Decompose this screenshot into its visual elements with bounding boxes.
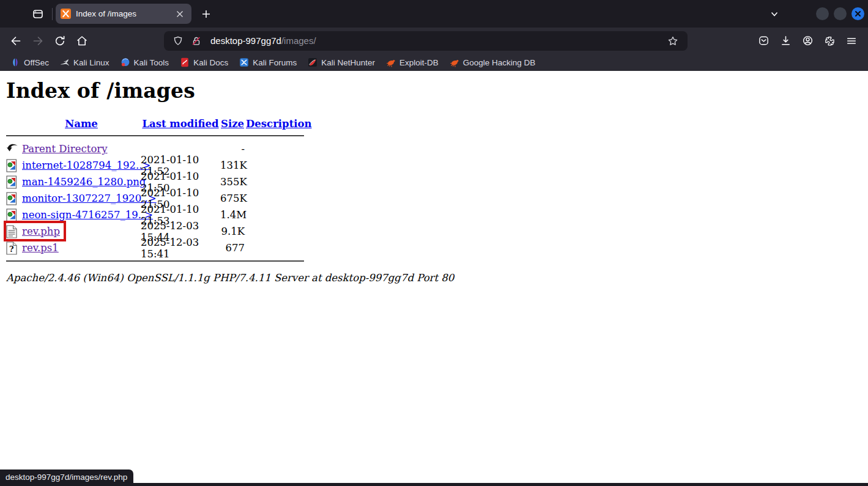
- server-signature: Apache/2.4.46 (Win64) OpenSSL/1.1.1g PHP…: [6, 272, 868, 284]
- page-content: Index of /images Name Last modified Size…: [0, 71, 868, 486]
- file-size: 355K: [220, 176, 246, 188]
- url-text[interactable]: desktop-997gg7d/images/: [210, 35, 663, 46]
- reload-icon: [54, 35, 66, 47]
- directory-listing: Name Last modified Size Description Pare…: [6, 116, 304, 262]
- file-size: -: [220, 143, 246, 155]
- list-all-tabs-button[interactable]: [765, 4, 784, 24]
- file-modified: 2025-12-03 15:41: [141, 237, 220, 260]
- forward-button[interactable]: [28, 31, 48, 51]
- minimize-button[interactable]: [816, 7, 829, 20]
- account-button[interactable]: [798, 32, 817, 50]
- file-row: ? rev.ps1 2025-12-03 15:41 677: [6, 240, 304, 256]
- pocket-icon: [758, 35, 770, 46]
- hamburger-menu-icon: [846, 35, 857, 46]
- puzzle-icon: [824, 35, 836, 46]
- navigation-toolbar: desktop-997gg7d/images/: [0, 28, 868, 54]
- bookmarks-toolbar: OffSec Kali Linux Kali Tools Kali Docs K…: [0, 54, 868, 71]
- pocket-button[interactable]: [754, 32, 773, 50]
- tab-bar: Index of /images: [0, 0, 868, 28]
- text-icon: [6, 225, 22, 238]
- file-link[interactable]: neon-sign-4716257_19..>: [22, 209, 153, 221]
- url-path: /images/: [281, 35, 316, 46]
- file-size: 131K: [220, 160, 246, 171]
- firefox-view-button[interactable]: [28, 4, 48, 24]
- tab-separator: [52, 8, 53, 20]
- url-host: desktop-997gg7d: [210, 35, 281, 46]
- page-title: Index of /images: [6, 79, 868, 103]
- footer-rule: [6, 260, 304, 262]
- plus-icon: [201, 9, 211, 19]
- sort-by-modified-link[interactable]: Last modified: [142, 118, 218, 130]
- file-link[interactable]: rev.php: [22, 226, 60, 237]
- back-arrow-icon: [10, 35, 22, 47]
- bookmark-kali-forums[interactable]: Kali Forums: [234, 55, 302, 70]
- url-bar[interactable]: desktop-997gg7d/images/: [164, 31, 688, 51]
- status-bar-link-preview: desktop-997gg7d/images/rev.php: [0, 469, 133, 486]
- bookmark-kali-tools[interactable]: Kali Tools: [115, 55, 175, 70]
- image-icon: [6, 192, 22, 205]
- bookmark-google-hacking-db[interactable]: Google Hacking DB: [444, 55, 541, 70]
- reload-button[interactable]: [50, 31, 70, 51]
- downloads-button[interactable]: [776, 32, 795, 50]
- image-icon: [6, 175, 22, 189]
- image-icon: [6, 159, 22, 172]
- bookmark-star-button[interactable]: [663, 31, 683, 51]
- listing-header-row: Name Last modified Size Description: [6, 116, 304, 132]
- sort-by-description-link[interactable]: Description: [246, 118, 312, 130]
- bookmark-offsec[interactable]: OffSec: [5, 55, 54, 70]
- account-icon: [802, 35, 814, 46]
- header-rule: [6, 135, 304, 136]
- file-link[interactable]: man-1459246_1280.png: [22, 176, 146, 188]
- kali-docs-icon: [180, 57, 190, 67]
- tab-index-of-images[interactable]: Index of /images: [56, 4, 191, 24]
- insecure-lock-icon[interactable]: [187, 32, 206, 50]
- kali-tools-icon: [121, 57, 130, 67]
- home-button[interactable]: [72, 31, 92, 51]
- file-size: 675K: [220, 193, 246, 204]
- bookmark-kali-linux[interactable]: Kali Linux: [54, 55, 115, 70]
- close-icon: [176, 10, 184, 18]
- offsec-icon: [10, 57, 20, 67]
- forward-arrow-icon: [32, 35, 44, 47]
- home-icon: [76, 35, 88, 47]
- app-menu-button[interactable]: [842, 32, 861, 50]
- firefox-view-icon: [32, 8, 44, 20]
- file-link[interactable]: rev.ps1: [22, 242, 59, 254]
- bookmark-kali-nethunter[interactable]: Kali NetHunter: [302, 55, 380, 70]
- maximize-button[interactable]: [834, 7, 847, 20]
- window-controls: [816, 7, 864, 20]
- tab-title: Index of /images: [76, 9, 173, 18]
- tab-close-button[interactable]: [173, 7, 187, 21]
- extensions-button[interactable]: [820, 32, 839, 50]
- svg-text:?: ?: [9, 245, 14, 254]
- close-icon: [855, 10, 861, 17]
- kali-nethunter-icon: [308, 57, 317, 67]
- chevron-down-icon: [770, 9, 779, 19]
- bookmark-exploit-db[interactable]: Exploit-DB: [380, 55, 444, 70]
- bookmark-kali-docs[interactable]: Kali Docs: [174, 55, 234, 70]
- sort-by-name-link[interactable]: Name: [65, 118, 98, 130]
- download-icon: [780, 35, 792, 46]
- new-tab-button[interactable]: [196, 4, 216, 24]
- google-hacking-db-icon: [450, 57, 459, 67]
- image-icon: [6, 208, 22, 222]
- star-icon: [667, 35, 678, 46]
- kali-linux-icon: [60, 57, 70, 67]
- back-icon: [6, 142, 22, 156]
- file-size: 1.4M: [220, 209, 246, 221]
- file-link[interactable]: Parent Directory: [22, 143, 108, 155]
- back-button[interactable]: [6, 31, 26, 51]
- file-size: 677: [220, 242, 246, 254]
- kali-forums-icon: [239, 57, 249, 67]
- file-link[interactable]: monitor-1307227_1920..>: [22, 193, 157, 204]
- file-size: 9.1K: [220, 226, 246, 237]
- file-link[interactable]: internet-1028794_192..>: [22, 160, 150, 171]
- xampp-favicon-icon: [61, 9, 71, 19]
- exploit-db-icon: [386, 57, 396, 67]
- sort-by-size-link[interactable]: Size: [221, 118, 244, 130]
- unknown-icon: ?: [6, 241, 22, 255]
- window-close-button[interactable]: [851, 7, 864, 20]
- tracking-protection-shield-icon[interactable]: [169, 32, 187, 50]
